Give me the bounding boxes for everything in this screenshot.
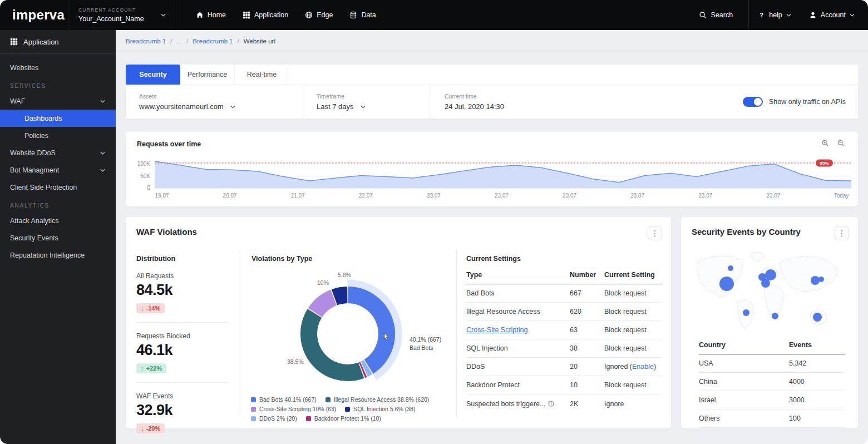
stat-value: 32.9k: [136, 402, 231, 419]
type-link[interactable]: Cross-Site Scripting: [466, 326, 570, 334]
tab-security[interactable]: Security: [126, 65, 180, 85]
table-header: TypeNumberCurrent Setting: [466, 266, 662, 284]
breadcrumb-separator: /: [170, 38, 172, 45]
current-account-name: Your_Account_Name: [78, 15, 144, 23]
sidebar-item-policies[interactable]: Policies: [0, 127, 116, 144]
zoom-out-icon[interactable]: [837, 139, 845, 147]
search-button[interactable]: Search: [683, 0, 749, 30]
sidebar-item-repuatation-intelligence[interactable]: Repuatation Intelligence: [0, 246, 116, 264]
api-traffic-toggle[interactable]: [743, 97, 763, 107]
settings-row-illegal-resource-access: Illegal Resource Access620Block request: [466, 303, 662, 321]
stat-waf-events: WAF Events32.9k↓-20%: [136, 392, 231, 433]
chevron-down-icon: [100, 169, 105, 172]
stat-value: 84.5k: [136, 282, 231, 299]
grid-icon: [10, 38, 18, 46]
settings-row-ddos: DDoS20Ignored (Enable): [466, 358, 662, 376]
account-switcher[interactable]: Current account Your_Account_Name: [68, 0, 175, 30]
country-events-table: CountryEventsUSA5,342China4000Israel3000…: [699, 336, 845, 428]
info-icon[interactable]: [548, 401, 554, 407]
donut-legend: Bad Bots 40.1% (667)Illegal Resource Acc…: [251, 396, 429, 425]
svg-text:23.07: 23.07: [495, 193, 509, 199]
sidebar-item-security-events[interactable]: Security Events: [0, 229, 116, 246]
topnav-item-home[interactable]: Home: [189, 7, 233, 23]
tab-real-time[interactable]: Real-time: [235, 65, 289, 85]
chart-title: Requests over time: [137, 140, 201, 148]
imperva-logo[interactable]: imperva: [0, 7, 68, 23]
violation-count: 667: [570, 289, 604, 297]
country-row-israel: Israel3000: [699, 391, 845, 410]
security-events-panel: Security Events by Country ⋮ CountryEven…: [681, 217, 858, 428]
settings-row-bad-bots: Bad Bots667Block request: [466, 284, 662, 303]
globe-icon: [305, 11, 313, 19]
person-icon: [809, 11, 817, 19]
svg-text:23.07: 23.07: [630, 193, 644, 199]
timeframe-dropdown[interactable]: Timeframe Last 7 days: [303, 85, 431, 119]
svg-text:21.07: 21.07: [291, 193, 305, 199]
legend-item-sql-injection: SQL Injection 5.6% (38): [345, 406, 415, 412]
zoom-in-icon[interactable]: [821, 139, 829, 147]
sidebar-item-website-ddos[interactable]: Website DDoS: [0, 144, 116, 161]
column-header: Country: [699, 341, 789, 349]
current-time-value: 24 Jul, 2020 14:30: [445, 102, 504, 111]
svg-text:23.07: 23.07: [698, 193, 712, 199]
settings-row-suspected-bots-triggere: Suspected bots triggere...2KIgnore: [466, 394, 662, 413]
waf-violations-panel: WAF Violations ⋮ Distribution All Reques…: [126, 217, 671, 428]
sidebar-item-bot-managment[interactable]: Bot Managment: [0, 161, 116, 179]
donut-percent-label: 5.6%: [338, 272, 351, 278]
svg-text:100K: 100K: [137, 161, 151, 167]
tab-strip: SecurityPerformanceReal-time: [126, 65, 858, 85]
world-map: [692, 246, 847, 332]
arrow-down-icon: ↓: [141, 425, 144, 432]
sidebar-app-header[interactable]: Application: [0, 30, 116, 53]
svg-text:19.07: 19.07: [155, 193, 169, 199]
column-header: Current Setting: [604, 271, 662, 279]
chevron-down-icon: [786, 13, 791, 17]
grid-icon: [243, 11, 250, 19]
kebab-menu-icon[interactable]: ⋮: [648, 226, 662, 240]
topnav-item-application[interactable]: Application: [235, 7, 295, 23]
violation-count: 10: [570, 381, 604, 389]
sidebar-item-dashboards[interactable]: Dashboards: [0, 110, 116, 127]
breadcrumb-separator: /: [237, 38, 239, 45]
sidebar-item-waf[interactable]: WAF: [0, 92, 116, 110]
column-header: Number: [570, 271, 604, 279]
svg-text:23.07: 23.07: [563, 193, 576, 199]
legend-item-bad-bots: Bad Bots 40.1% (667): [251, 396, 317, 403]
api-traffic-toggle-label: Show only traffic on APIs: [769, 98, 846, 106]
svg-text:95%: 95%: [820, 161, 828, 166]
current-account-label: Current account: [78, 7, 144, 13]
kebab-menu-icon[interactable]: ⋮: [835, 226, 849, 240]
topnav-item-edge[interactable]: Edge: [298, 7, 340, 23]
column-header: Type: [466, 271, 570, 279]
current-settings-table: TypeNumberCurrent SettingBad Bots667Bloc…: [466, 266, 662, 413]
topnav-item-data[interactable]: Data: [342, 7, 383, 23]
stat-label: Requests Blocked: [136, 332, 231, 340]
account-menu[interactable]: Account: [800, 11, 868, 19]
tab-performance[interactable]: Performance: [180, 65, 235, 85]
settings-row-backdoor-protect: Backdoor Protect10Block request: [466, 376, 662, 394]
breadcrumb-link[interactable]: Breadcrumb 1: [193, 38, 233, 45]
stat-divider: [136, 322, 228, 323]
distribution-title: Distribution: [136, 255, 231, 263]
home-icon: [196, 11, 204, 19]
enable-link[interactable]: Enable: [632, 363, 654, 371]
country-name: USA: [699, 359, 789, 367]
chevron-down-icon: [850, 13, 855, 17]
assets-dropdown[interactable]: Assets www.yoursitenameurl.com: [126, 85, 303, 119]
donut-callout: 40.1% (667) Bad Bots: [410, 336, 441, 352]
settings-row-cross-site-scripting: Cross-Site Scripting63Block request: [466, 321, 662, 339]
svg-text:?: ?: [760, 12, 763, 18]
sidebar-item-websites[interactable]: Websites: [0, 59, 116, 76]
sidebar-section-analytics: ANALYTICS: [0, 196, 116, 212]
help-menu[interactable]: ? help: [749, 11, 800, 19]
primary-nav: HomeApplicationEdgeData: [189, 7, 383, 23]
database-icon: [349, 11, 357, 19]
sidebar-item-attack-analytics[interactable]: Attack Analytics: [0, 212, 116, 229]
country-row-others: Others100: [699, 410, 845, 428]
violations-by-type-title: Violations by Type: [251, 255, 312, 263]
sidebar-item-client-side-protection[interactable]: Client Side Protection: [0, 179, 116, 196]
breadcrumb-link[interactable]: Breadcrumb 1: [126, 38, 166, 45]
event-count: 4000: [789, 378, 845, 386]
violation-count: 20: [570, 363, 604, 371]
requests-over-time-panel: Requests over time 100K50K095%19.0720.07…: [126, 132, 858, 206]
